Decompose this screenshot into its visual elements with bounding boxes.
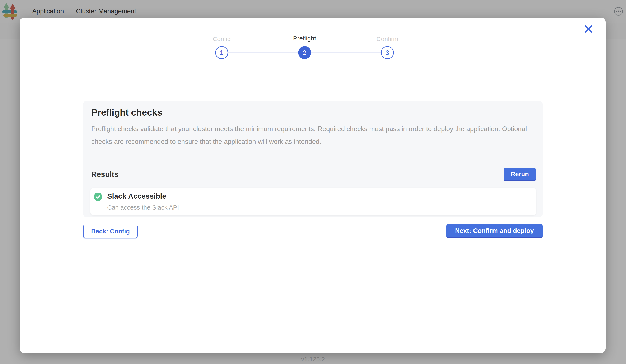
step-label-confirm: Confirm xyxy=(376,35,398,43)
step-label-preflight: Preflight xyxy=(293,35,316,42)
back-button[interactable]: Back: Config xyxy=(83,225,138,238)
step-number: 2 xyxy=(303,49,307,57)
results-row: Results Rerun xyxy=(91,168,536,181)
step-connector xyxy=(228,52,298,53)
results-heading: Results xyxy=(91,170,118,179)
screen: Application Cluster Management v1.125.2 xyxy=(0,0,626,364)
check-text: Slack Accessible Can access the Slack AP… xyxy=(107,192,179,211)
check-pass-icon xyxy=(94,193,102,201)
step-number: 3 xyxy=(386,49,389,57)
stepper: Config 1 Preflight 2 Confirm 3 xyxy=(215,46,394,59)
next-button[interactable]: Next: Confirm and deploy xyxy=(446,224,543,238)
preflight-panel: Preflight checks Preflight checks valida… xyxy=(83,101,543,217)
rerun-button[interactable]: Rerun xyxy=(504,168,536,181)
step-circle-preflight: Preflight 2 xyxy=(298,46,311,59)
panel-description: Preflight checks validate that your clus… xyxy=(91,123,528,148)
step-circle-confirm: Confirm 3 xyxy=(381,46,394,59)
check-detail: Can access the Slack API xyxy=(107,204,179,211)
check-title: Slack Accessible xyxy=(107,192,179,200)
panel-title: Preflight checks xyxy=(91,107,536,118)
close-icon[interactable] xyxy=(584,24,593,34)
step-circle-config: Config 1 xyxy=(215,46,228,59)
check-result-card: Slack Accessible Can access the Slack AP… xyxy=(90,188,536,215)
modal-actions: Back: Config Next: Confirm and deploy xyxy=(83,224,543,238)
step-connector xyxy=(311,52,381,53)
preflight-modal: Config 1 Preflight 2 Confirm 3 Preflight… xyxy=(20,18,606,353)
step-number: 1 xyxy=(220,49,224,57)
step-label-config: Config xyxy=(213,35,231,43)
